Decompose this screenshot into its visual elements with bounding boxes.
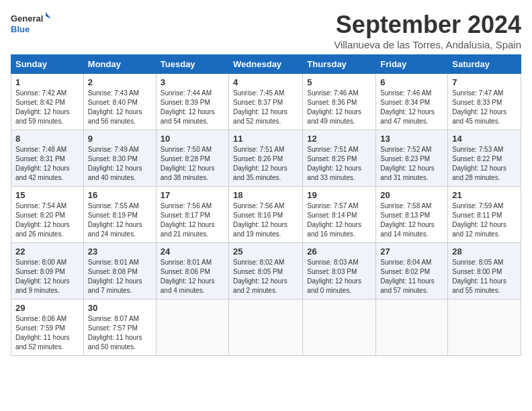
location-subtitle: Villanueva de las Torres, Andalusia, Spa… [334,39,521,50]
calendar-cell [376,300,448,356]
calendar-cell: 28Sunrise: 8:05 AM Sunset: 8:00 PM Dayli… [448,243,521,300]
day-number: 4 [233,77,298,87]
svg-text:General: General [11,13,43,24]
day-info: Sunrise: 7:45 AM Sunset: 8:37 PM Dayligh… [233,89,298,126]
calendar-cell: 27Sunrise: 8:04 AM Sunset: 8:02 PM Dayli… [376,243,448,300]
day-number: 14 [452,134,517,144]
calendar-cell: 21Sunrise: 7:59 AM Sunset: 8:11 PM Dayli… [448,187,521,243]
calendar-cell: 18Sunrise: 7:56 AM Sunset: 8:16 PM Dayli… [229,187,303,243]
day-info: Sunrise: 7:44 AM Sunset: 8:39 PM Dayligh… [161,89,224,126]
calendar-cell: 5Sunrise: 7:46 AM Sunset: 8:36 PM Daylig… [303,74,376,130]
day-number: 11 [233,134,298,144]
day-number: 27 [380,246,443,257]
calendar-cell: 23Sunrise: 8:01 AM Sunset: 8:08 PM Dayli… [83,243,156,300]
weekday-header-friday: Friday [376,55,448,74]
calendar-cell: 15Sunrise: 7:54 AM Sunset: 8:20 PM Dayli… [11,187,84,243]
day-info: Sunrise: 7:51 AM Sunset: 8:25 PM Dayligh… [307,145,371,183]
day-number: 30 [88,303,152,313]
day-number: 29 [15,303,79,313]
day-number: 1 [15,77,79,87]
day-info: Sunrise: 8:00 AM Sunset: 8:09 PM Dayligh… [15,258,79,295]
day-info: Sunrise: 7:55 AM Sunset: 8:19 PM Dayligh… [88,201,152,239]
day-number: 10 [161,134,224,144]
day-info: Sunrise: 7:42 AM Sunset: 8:42 PM Dayligh… [15,89,79,126]
day-info: Sunrise: 8:06 AM Sunset: 7:59 PM Dayligh… [15,314,79,352]
day-number: 12 [307,134,371,144]
day-info: Sunrise: 7:58 AM Sunset: 8:13 PM Dayligh… [380,201,443,239]
day-number: 19 [307,190,371,200]
day-info: Sunrise: 8:04 AM Sunset: 8:02 PM Dayligh… [380,258,443,295]
day-info: Sunrise: 7:52 AM Sunset: 8:23 PM Dayligh… [380,145,443,183]
day-number: 22 [15,246,79,257]
day-number: 23 [88,246,152,257]
calendar-table: SundayMondayTuesdayWednesdayThursdayFrid… [11,54,521,356]
day-info: Sunrise: 8:07 AM Sunset: 7:57 PM Dayligh… [88,314,152,352]
day-number: 28 [452,246,517,257]
calendar-cell: 14Sunrise: 7:53 AM Sunset: 8:22 PM Dayli… [448,130,521,187]
day-number: 9 [88,134,152,144]
calendar-cell: 22Sunrise: 8:00 AM Sunset: 8:09 PM Dayli… [11,243,84,300]
calendar-cell: 4Sunrise: 7:45 AM Sunset: 8:37 PM Daylig… [229,74,303,130]
weekday-header-saturday: Saturday [448,55,521,74]
calendar-cell: 26Sunrise: 8:03 AM Sunset: 8:03 PM Dayli… [303,243,376,300]
day-number: 18 [233,190,298,200]
day-number: 7 [452,77,517,87]
calendar-cell [303,300,376,356]
month-title: September 2024 [334,11,521,39]
weekday-header-sunday: Sunday [11,55,84,74]
day-info: Sunrise: 7:43 AM Sunset: 8:40 PM Dayligh… [88,89,152,126]
day-number: 16 [88,190,152,200]
calendar-cell: 17Sunrise: 7:56 AM Sunset: 8:17 PM Dayli… [156,187,228,243]
day-number: 8 [15,134,79,144]
calendar-cell: 12Sunrise: 7:51 AM Sunset: 8:25 PM Dayli… [303,130,376,187]
day-info: Sunrise: 7:47 AM Sunset: 8:33 PM Dayligh… [452,89,517,126]
day-number: 3 [161,77,224,87]
day-info: Sunrise: 7:56 AM Sunset: 8:16 PM Dayligh… [233,201,298,239]
day-number: 13 [380,134,443,144]
calendar-cell [229,300,303,356]
calendar-cell: 8Sunrise: 7:48 AM Sunset: 8:31 PM Daylig… [11,130,84,187]
calendar-cell [156,300,228,356]
day-info: Sunrise: 7:51 AM Sunset: 8:26 PM Dayligh… [233,145,298,183]
calendar-cell: 29Sunrise: 8:06 AM Sunset: 7:59 PM Dayli… [11,300,84,356]
day-number: 2 [88,77,152,87]
day-number: 6 [380,77,443,87]
calendar-cell: 25Sunrise: 8:02 AM Sunset: 8:05 PM Dayli… [229,243,303,300]
day-number: 5 [307,77,371,87]
day-number: 21 [452,190,517,200]
day-info: Sunrise: 7:46 AM Sunset: 8:34 PM Dayligh… [380,89,443,126]
day-info: Sunrise: 7:53 AM Sunset: 8:22 PM Dayligh… [452,145,517,183]
calendar-cell: 11Sunrise: 7:51 AM Sunset: 8:26 PM Dayli… [229,130,303,187]
day-number: 24 [161,246,224,257]
calendar-cell [448,300,521,356]
calendar-cell: 7Sunrise: 7:47 AM Sunset: 8:33 PM Daylig… [448,74,521,130]
logo: General Blue [11,11,51,38]
calendar-cell: 2Sunrise: 7:43 AM Sunset: 8:40 PM Daylig… [83,74,156,130]
logo-svg: General Blue [11,11,51,38]
day-number: 15 [15,190,79,200]
day-info: Sunrise: 7:57 AM Sunset: 8:14 PM Dayligh… [307,201,371,239]
day-info: Sunrise: 7:46 AM Sunset: 8:36 PM Dayligh… [307,89,371,126]
weekday-header-thursday: Thursday [303,55,376,74]
day-number: 20 [380,190,443,200]
calendar-cell: 19Sunrise: 7:57 AM Sunset: 8:14 PM Dayli… [303,187,376,243]
calendar-cell: 6Sunrise: 7:46 AM Sunset: 8:34 PM Daylig… [376,74,448,130]
day-info: Sunrise: 7:56 AM Sunset: 8:17 PM Dayligh… [161,201,224,239]
calendar-cell: 9Sunrise: 7:49 AM Sunset: 8:30 PM Daylig… [83,130,156,187]
weekday-header-tuesday: Tuesday [156,55,228,74]
calendar-cell: 16Sunrise: 7:55 AM Sunset: 8:19 PM Dayli… [83,187,156,243]
day-number: 26 [307,246,371,257]
title-area: September 2024 Villanueva de las Torres,… [334,11,521,50]
day-info: Sunrise: 7:49 AM Sunset: 8:30 PM Dayligh… [88,145,152,183]
calendar-cell: 1Sunrise: 7:42 AM Sunset: 8:42 PM Daylig… [11,74,84,130]
day-info: Sunrise: 8:01 AM Sunset: 8:06 PM Dayligh… [161,258,224,295]
day-number: 17 [161,190,224,200]
day-info: Sunrise: 8:01 AM Sunset: 8:08 PM Dayligh… [88,258,152,295]
svg-text:Blue: Blue [11,24,30,34]
calendar-cell: 30Sunrise: 8:07 AM Sunset: 7:57 PM Dayli… [83,300,156,356]
day-info: Sunrise: 7:50 AM Sunset: 8:28 PM Dayligh… [161,145,224,183]
day-number: 25 [233,246,298,257]
day-info: Sunrise: 8:03 AM Sunset: 8:03 PM Dayligh… [307,258,371,295]
calendar-cell: 3Sunrise: 7:44 AM Sunset: 8:39 PM Daylig… [156,74,228,130]
day-info: Sunrise: 7:48 AM Sunset: 8:31 PM Dayligh… [15,145,79,183]
